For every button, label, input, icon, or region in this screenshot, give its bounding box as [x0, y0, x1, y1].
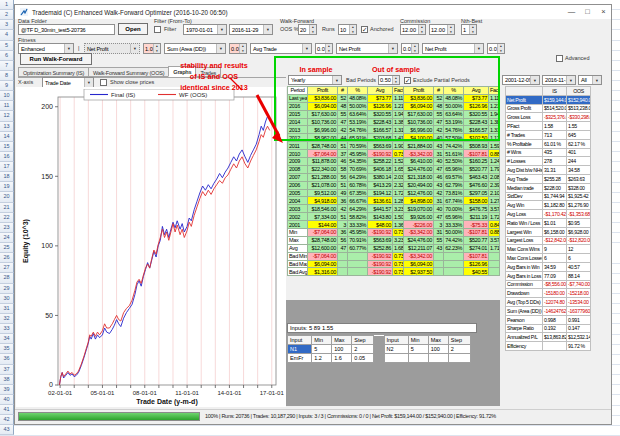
yearly-row[interactable]: 2016$6,094.004850.00%$126.961.21$6,094.0…	[288, 102, 500, 110]
yearly-row[interactable]: Last year$3,836.005248.08%$73.771.11$3,8…	[288, 94, 500, 102]
maximize-button[interactable]: □	[580, 6, 595, 18]
yearly-col-header[interactable]: Avg	[464, 87, 489, 95]
fitness-weight4-spinner[interactable]: 0.0▴▾	[401, 43, 419, 54]
yearly-row[interactable]: 2011$28,748.005170.59%$563.691.90$21,884…	[288, 142, 500, 150]
nth-best-spinner[interactable]: 1▴▾	[461, 24, 477, 35]
yearly-row[interactable]: 2002$7,334.005158.82%$143.801.50$9,926.0…	[288, 213, 500, 221]
yearly-col-header[interactable]: Profit	[308, 87, 338, 95]
chevron-down-icon[interactable]: ▾	[388, 44, 397, 53]
chevron-down-icon[interactable]: ▾	[263, 25, 272, 34]
yearly-row[interactable]: 2007$21,288.005664.29%$380.142.03$21,318…	[288, 173, 500, 181]
spinner-arrows-icon[interactable]: ▴▾	[309, 25, 316, 34]
yearly-row[interactable]: 2009$11,878.004654.35%$258.221.52$6,410.…	[288, 158, 500, 166]
stats-row[interactable]: PFact1.581.55	[506, 122, 591, 131]
yearly-row[interactable]: 2012$8,962.004465.91%$203.681.41$4,100.0…	[288, 134, 500, 142]
stats-row[interactable]: % Profitable61.01 %62.17 %	[506, 139, 591, 148]
yearly-row[interactable]: 2005$9,512.004967.35%$194.121.72$12,476.…	[288, 189, 500, 197]
stats-row[interactable]: # Wins435401	[506, 148, 591, 157]
stats-row[interactable]: # Trades713645	[506, 130, 591, 139]
yearly-col-header[interactable]: Period	[288, 87, 308, 95]
stats-row[interactable]: Median trade$228.00$328.00	[506, 183, 591, 192]
chevron-down-icon[interactable]: ▾	[332, 76, 341, 84]
yearly-row[interactable]: 2013$6,996.004254.76%$166.571.31$6,996.0…	[288, 126, 500, 134]
inputs-row[interactable]: EmFr1.21.60.05	[288, 354, 471, 363]
stats-row[interactable]: Drawdown-15180.00-15218.00	[506, 289, 591, 298]
spinner-arrows-icon[interactable]: ▴▾	[497, 44, 504, 53]
stats-row[interactable]: Avg Bars in Loss77.0988.14	[506, 271, 591, 280]
stats-row[interactable]: Annualized P/L$13,863.82$12,532.14	[506, 333, 591, 342]
stats-row[interactable]: Max Cons Wins912	[506, 245, 591, 254]
yearly-row[interactable]: Bad Avg$1,316.00-$190.920.73$2,937.50$40…	[288, 268, 500, 276]
spinner-arrows-icon[interactable]: ▴▾	[469, 25, 476, 34]
yearly-col-header[interactable]: Fact	[393, 87, 404, 95]
yearly-row[interactable]: 2003$18,546.004264.29%$441.573.23$19,070…	[288, 205, 500, 213]
stats-row[interactable]: Net Profit$159,144.00$152,940.00	[506, 95, 591, 104]
tab-walk-forward-summary-oos[interactable]: Walk-Forward Summary (OOS)	[88, 67, 169, 77]
fitness-weight5-spinner[interactable]: 0.0▴▾	[487, 43, 505, 54]
yearly-col-header[interactable]: #	[434, 87, 444, 95]
yearly-row[interactable]: Max$28,748.005670.91%$563.693.23$24,476.…	[288, 236, 500, 244]
stats-row[interactable]: Sharpe Ratio0.1920.147	[506, 324, 591, 333]
advanced-checkbox[interactable]	[556, 55, 563, 62]
fitness-metric5-combo[interactable]: Net Profit▾	[422, 43, 484, 54]
chevron-down-icon[interactable]: ▾	[84, 78, 93, 87]
yearly-row[interactable]: 2015$17,630.005563.64%$320.551.94$17,630…	[288, 110, 500, 118]
yearly-col-header[interactable]: %	[444, 87, 464, 95]
stats-row[interactable]: Efficiency91.72 %	[506, 342, 591, 351]
commission1-spinner[interactable]: 12.00▴▾	[400, 24, 426, 35]
yearly-row[interactable]: 2008$22,340.005870.69%$406.181.65$24,476…	[288, 165, 500, 173]
fitness-weight3-spinner[interactable]: 0.0▴▾	[315, 43, 333, 54]
stats-row[interactable]: Avg Trade$255.28$263.63	[506, 174, 591, 183]
yearly-col-header[interactable]: Profit	[404, 87, 434, 95]
stats-row[interactable]: Ratio Win / Loss$1.01$0.95	[506, 218, 591, 227]
range-from-combo[interactable]: 2001-12-09▾	[502, 75, 540, 85]
fitness-weight2-spinner[interactable]: 0.0▴▾	[229, 43, 247, 54]
yearly-row[interactable]: Bad Max$6,094.00-$190.920.73$6,094.00$12…	[288, 260, 500, 268]
runs-spinner[interactable]: 10▴▾	[338, 24, 357, 35]
chevron-down-icon[interactable]: ▾	[216, 44, 225, 53]
chevron-down-icon[interactable]: ▾	[592, 76, 601, 84]
stats-row[interactable]: # Losses278244	[506, 157, 591, 166]
stats-row[interactable]: Avg Win$1,182.80$1,276.90	[506, 201, 591, 210]
spinner-arrows-icon[interactable]: ▴▾	[239, 44, 246, 53]
chevron-down-icon[interactable]: ▾	[566, 76, 575, 84]
fitness-metric3-combo[interactable]: Avg Trade▾	[250, 43, 312, 54]
chevron-down-icon[interactable]: ▾	[217, 25, 226, 34]
close-button[interactable]: ×	[596, 6, 611, 18]
exclude-partial-checkbox[interactable]: ✓	[404, 77, 411, 84]
yearly-row[interactable]: Bad Min-$7,064.00-$190.920.73-$3,342.00-…	[288, 252, 500, 260]
yearly-col-header[interactable]: Avg	[368, 87, 393, 95]
tab-optimization-summary-is[interactable]: Optimization Summary (IS)	[18, 67, 89, 77]
run-walk-forward-button[interactable]: Run Walk-Forward	[20, 53, 92, 65]
stats-row[interactable]: Gross Profit$514,520.00$513,238.00	[506, 104, 591, 113]
stats-row[interactable]: Gross Loss-$325,376.00-$330,298.00	[506, 113, 591, 122]
fitness-metric4-combo[interactable]: Net Profit▾	[336, 43, 398, 54]
filter-from-combo[interactable]: 1970-01-01▾	[183, 24, 227, 35]
stats-row[interactable]: Commission-$8,556.00-$7,740.00	[506, 280, 591, 289]
spinner-arrows-icon[interactable]: ▴▾	[325, 44, 332, 53]
open-button[interactable]: Open	[118, 23, 148, 35]
bad-periods-spinner[interactable]: 0.50▴▾	[378, 75, 400, 85]
stats-row[interactable]: Largest Win$6,158.00$6,928.00	[506, 227, 591, 236]
spinner-arrows-icon[interactable]: ▴▾	[349, 25, 356, 34]
stats-row[interactable]: StdDev$1,744.94$1,925.42	[506, 192, 591, 201]
stats-row[interactable]: Avg Loss-$1,170.42-$1,353.68	[506, 210, 591, 219]
chevron-down-icon[interactable]: ▾	[474, 44, 483, 53]
yearly-row[interactable]: 2001$144.00333.33%$48.001.36-$226.00333.…	[288, 221, 500, 229]
filter-checkbox[interactable]	[154, 26, 161, 33]
chevron-down-icon[interactable]: ▾	[130, 44, 139, 53]
yearly-row[interactable]: Avg$12,600.004760.77%$252.861.68$12,211.…	[288, 244, 500, 252]
chevron-down-icon[interactable]: ▾	[64, 44, 73, 53]
spinner-arrows-icon[interactable]: ▴▾	[392, 76, 399, 84]
range-mode-combo[interactable]: All▾	[578, 75, 602, 85]
spinner-arrows-icon[interactable]: ▴▾	[153, 44, 160, 53]
data-folder-input[interactable]: @TF D_30min_test5-20736	[18, 24, 115, 35]
stats-row[interactable]: Pearson0.9980.991	[506, 315, 591, 324]
fitness-metric2-combo[interactable]: Sum (Area (DD))▾	[164, 43, 226, 54]
yearly-row[interactable]: 2014$10,736.004753.19%$228.431.38$10,736…	[288, 118, 500, 126]
yearly-row[interactable]: 2006$21,078.005160.78%$413.292.32$20,494…	[288, 181, 500, 189]
stats-row[interactable]: Sum (Area (DD))-14624762.58-16377960.58	[506, 306, 591, 315]
yearly-col-header[interactable]: #	[338, 87, 348, 95]
stats-row[interactable]: Avg (Top 5 DDs)-12074.80-13534.00	[506, 298, 591, 307]
spinner-arrows-icon[interactable]: ▴▾	[411, 44, 418, 53]
